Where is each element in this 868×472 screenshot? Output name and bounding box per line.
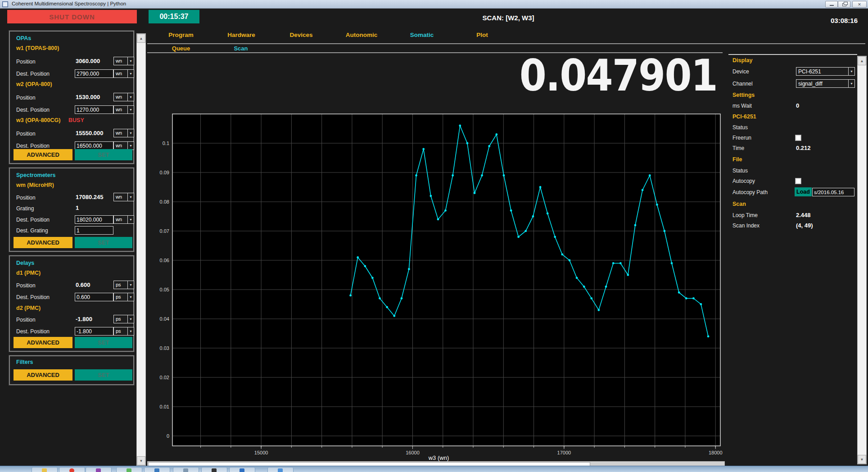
w2-position-units[interactable]: wn — [113, 93, 134, 101]
w2-position-value: 1530.000 — [76, 94, 100, 100]
d2-dest-units[interactable]: ps — [113, 327, 134, 336]
pci-status-label: Status — [732, 124, 748, 131]
close-button[interactable] — [852, 1, 867, 8]
spectrometers-set-button[interactable]: SET — [75, 237, 132, 248]
windows-taskbar[interactable] — [0, 466, 868, 472]
wm-dest-grating-input[interactable] — [75, 226, 113, 235]
green-app-icon — [127, 468, 131, 472]
spectrometers-advanced-button[interactable]: ADVANCED — [14, 237, 72, 248]
file-section-title: File — [732, 156, 742, 163]
taskbar-item-dark-app[interactable] — [201, 467, 227, 472]
tab-hardware[interactable]: Hardware — [214, 32, 268, 38]
autocopy-path-input[interactable] — [812, 188, 854, 196]
scroll-down-icon[interactable] — [858, 455, 866, 464]
filters-groupbox: Filters ADVANCED SET — [9, 355, 134, 385]
w3-busy-badge: BUSY — [68, 117, 84, 123]
shutdown-button[interactable]: SHUT DOWN — [7, 10, 137, 23]
filters-advanced-button[interactable]: ADVANCED — [14, 369, 72, 381]
taskbar-item-purple-app[interactable] — [86, 467, 112, 472]
taskbar-item-blue-app[interactable] — [144, 467, 170, 472]
load-button[interactable]: Load — [795, 187, 812, 196]
dest-position-label: Dest. Position — [16, 71, 50, 77]
units-value: wn — [114, 106, 127, 113]
scroll-up-icon[interactable] — [858, 56, 866, 65]
units-value: wn — [114, 93, 127, 101]
d1-dest-units[interactable]: ps — [113, 293, 134, 301]
chevron-down-icon — [127, 193, 134, 201]
svg-text:w3 (wn): w3 (wn) — [428, 454, 449, 461]
chevron-down-icon — [848, 68, 854, 75]
chevron-down-icon — [127, 129, 134, 137]
units-value: wn — [114, 142, 127, 150]
units-value: ps — [114, 281, 127, 289]
sidebar-scrollbar[interactable] — [136, 33, 146, 466]
d1-position-units[interactable]: ps — [113, 281, 134, 289]
scan-index-value: (4, 49) — [796, 222, 813, 229]
d1-dest-input[interactable] — [75, 293, 113, 301]
tab-somatic[interactable]: Somatic — [395, 32, 449, 38]
dest-position-label: Dest. Position — [16, 217, 50, 223]
tab-separator — [147, 43, 865, 44]
taskbar-item-blue2-app[interactable] — [229, 467, 255, 472]
wm-dest-input[interactable] — [75, 215, 113, 224]
w1-position-units[interactable]: wn — [113, 57, 134, 65]
device-select[interactable]: PCI-6251 — [796, 67, 855, 76]
loop-time-value: 2.448 — [796, 212, 811, 218]
d2-dest-input[interactable] — [75, 327, 113, 336]
taskbar-item-green-app[interactable] — [116, 467, 142, 472]
wm-dest-units[interactable]: wn — [113, 215, 134, 224]
minimize-icon — [830, 5, 834, 6]
w2-dest-units[interactable]: wn — [113, 105, 134, 114]
w2-dest-input[interactable] — [75, 105, 113, 114]
chevron-down-icon — [127, 106, 134, 113]
svg-text:0.03: 0.03 — [160, 345, 169, 351]
filters-set-button[interactable]: SET — [75, 369, 132, 381]
file-status-label: Status — [732, 168, 748, 174]
d2-label: d2 (PMC) — [16, 305, 41, 311]
titlebar[interactable]: Coherent Multidimensional Spectroscopy |… — [0, 0, 868, 9]
scroll-down-icon[interactable] — [137, 456, 145, 465]
delays-title: Delays — [16, 260, 34, 266]
panel-scrollbar[interactable] — [857, 56, 867, 464]
tab-program[interactable]: Program — [154, 32, 208, 38]
w3-position-units[interactable]: wn — [113, 129, 134, 137]
tab-plot[interactable]: Plot — [455, 32, 509, 38]
delays-set-button[interactable]: SET — [75, 337, 132, 348]
w3-label: w3 (OPA-800CG) — [16, 117, 60, 123]
taskbar-item-steel-app[interactable] — [173, 467, 199, 472]
minimize-button[interactable] — [825, 1, 838, 8]
chevron-down-icon — [127, 315, 134, 323]
w1-dest-units[interactable]: wn — [113, 69, 134, 78]
units-value: ps — [114, 293, 127, 301]
svg-text:0.04: 0.04 — [160, 316, 169, 322]
wm-position-units[interactable]: wn — [113, 193, 134, 201]
delays-advanced-button[interactable]: ADVANCED — [14, 337, 72, 348]
device-label: Device — [732, 68, 749, 75]
tab-autonomic[interactable]: Autonomic — [335, 32, 389, 38]
taskbar-item-folder[interactable] — [32, 467, 58, 472]
taskbar-item-window-app[interactable] — [267, 467, 294, 472]
chevron-down-icon — [127, 142, 134, 150]
channel-select[interactable]: signal_diff — [796, 79, 855, 88]
subtab-scan[interactable]: Scan — [214, 45, 268, 52]
svg-text:0.1: 0.1 — [163, 141, 169, 146]
units-value: wn — [114, 216, 127, 223]
tab-devices[interactable]: Devices — [274, 32, 328, 38]
scroll-up-icon[interactable] — [137, 34, 145, 43]
scan-plot: 00.010.020.030.040.050.060.070.080.090.1… — [147, 108, 728, 468]
blue-app-icon — [154, 468, 159, 472]
svg-text:18000: 18000 — [709, 450, 723, 455]
opas-advanced-button[interactable]: ADVANCED — [14, 149, 72, 160]
taskbar-item-red-app[interactable] — [59, 467, 85, 472]
signal-readout: 0.047901 — [520, 54, 717, 97]
w1-dest-input[interactable] — [75, 69, 113, 78]
d1-label: d1 (PMC) — [16, 270, 41, 276]
pci-section-title: PCI-6251 — [732, 113, 756, 120]
freerun-checkbox[interactable] — [795, 135, 801, 141]
w1-label: w1 (TOPAS-800) — [16, 45, 59, 51]
autocopy-checkbox[interactable] — [795, 178, 801, 184]
opas-set-button[interactable]: SET — [75, 149, 132, 160]
subtab-queue[interactable]: Queue — [154, 45, 208, 52]
d2-position-units[interactable]: ps — [113, 315, 134, 323]
restore-button[interactable] — [838, 1, 850, 8]
